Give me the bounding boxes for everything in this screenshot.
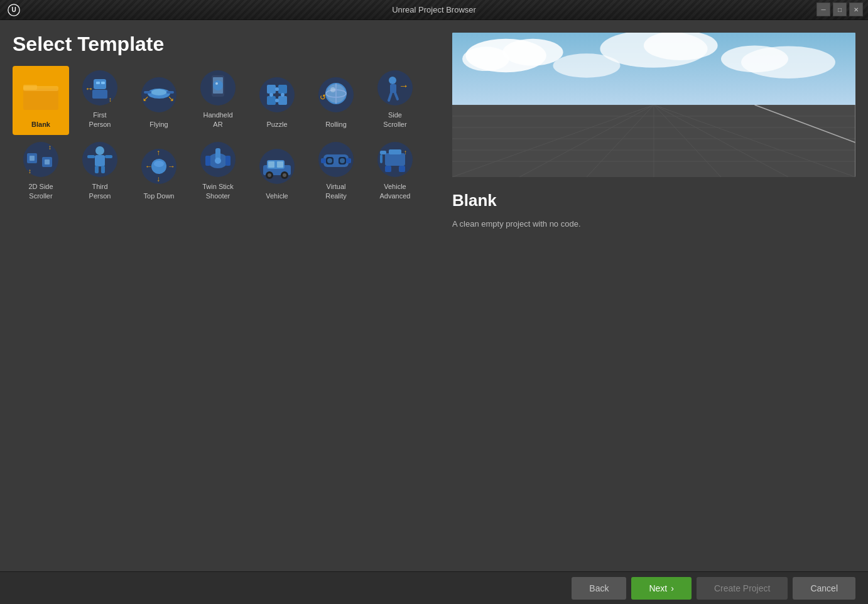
rolling-icon: ↺ [313,72,359,117]
svg-text:→: → [399,80,409,91]
first-person-icon: ↔ ↕ [77,67,122,108]
svg-point-30 [275,87,279,91]
svg-rect-5 [23,86,58,91]
template-label-flying: Flying [149,120,168,129]
template-preview-image [452,33,855,177]
svg-point-32 [269,93,273,97]
twin-stick-shooter-icon [195,139,241,180]
template-item-puzzle[interactable]: Puzzle [249,66,305,135]
vehicle-icon [254,144,300,189]
template-label-handheld-ar: HandheldAR [203,111,232,129]
blank-icon [18,72,63,117]
left-panel: Select Template Blank [13,33,440,565]
bottom-bar: Back Next › Create Project Cancel [0,571,868,604]
template-label-first-person: FirstPerson [89,111,111,129]
template-item-twin-stick-shooter[interactable]: Twin StickShooter [190,138,246,207]
svg-point-25 [259,77,295,112]
virtual-reality-icon [313,139,359,180]
preview-ground [452,105,855,177]
window-controls[interactable]: ─ □ ✕ [816,3,863,16]
selected-template-description: A clean empty project with no code. [452,218,855,230]
page-title: Select Template [13,33,440,56]
template-label-side-scroller: SideScroller [383,111,406,129]
top-down-icon: ↑ ↓ ← → [136,144,182,189]
svg-rect-3 [23,89,58,110]
svg-text:↔: ↔ [85,84,94,94]
svg-rect-93 [380,151,386,154]
template-item-rolling[interactable]: ↺ Rolling [308,66,364,135]
svg-text:←: ← [145,162,153,171]
template-item-virtual-reality[interactable]: VirtualReality [308,138,364,207]
side-scroller-icon: → [372,67,418,108]
svg-rect-77 [268,161,274,168]
template-label-virtual-reality: VirtualReality [325,182,347,200]
svg-rect-17 [166,91,174,94]
svg-rect-28 [267,96,276,105]
template-item-third-person[interactable]: ThirdPerson [72,138,128,207]
svg-point-24 [215,82,218,85]
svg-rect-49 [30,156,35,161]
svg-rect-27 [278,85,287,94]
template-item-top-down[interactable]: ↑ ↓ ← → Top Down [131,138,187,207]
svg-text:↕: ↕ [28,168,31,175]
ue-logo-icon: U [8,4,20,16]
svg-rect-97 [399,166,405,172]
svg-rect-89 [321,158,326,163]
svg-point-73 [215,158,221,164]
template-label-twin-stick-shooter: Twin StickShooter [202,182,234,200]
close-button[interactable]: ✕ [849,3,863,16]
template-item-blank[interactable]: Blank [13,66,69,135]
preview-sky [452,33,855,112]
next-arrow-icon: › [671,583,674,593]
svg-point-39 [330,87,335,92]
svg-point-86 [327,158,332,163]
template-item-side-scroller[interactable]: → SideScroller [367,66,423,135]
svg-text:↕: ↕ [48,144,52,151]
svg-point-81 [268,173,271,177]
main-content: Select Template Blank [0,20,868,571]
template-label-vehicle: Vehicle [266,191,288,200]
svg-rect-57 [87,155,95,158]
template-item-vehicle[interactable]: Vehicle [249,138,305,207]
template-label-blank: Blank [31,120,50,129]
create-project-button[interactable]: Create Project [697,577,788,600]
title-bar: U Unreal Project Browser ─ □ ✕ [0,0,868,20]
window-title: Unreal Project Browser [392,5,476,14]
third-person-icon [77,139,122,180]
selected-template-name: Blank [452,191,855,210]
template-item-first-person[interactable]: ↔ ↕ FirstPerson [72,66,128,135]
handheld-ar-icon [195,67,241,108]
template-label-third-person: ThirdPerson [89,182,111,200]
svg-text:↘: ↘ [168,94,174,103]
svg-rect-10 [92,90,107,99]
template-item-2d-side-scroller[interactable]: ↕ ↕ 2D SideScroller [13,138,69,207]
svg-rect-71 [205,156,210,166]
vehicle-advanced-icon: ↑ [372,139,418,180]
2d-side-scroller-icon: ↕ ↕ [18,139,63,180]
svg-text:↺: ↺ [320,93,326,102]
template-label-rolling: Rolling [325,120,347,129]
svg-rect-92 [385,153,405,166]
template-item-flying[interactable]: ↙ ↘ Flying [131,66,187,135]
svg-point-55 [95,146,104,155]
template-item-handheld-ar[interactable]: HandheldAR [190,66,246,135]
svg-text:↙: ↙ [143,94,149,103]
svg-text:↑: ↑ [404,149,407,156]
svg-point-101 [502,39,563,66]
svg-text:U: U [11,6,16,13]
svg-rect-90 [346,158,351,163]
svg-point-106 [721,45,788,72]
svg-point-33 [281,93,285,97]
template-item-vehicle-advanced[interactable]: ↑ VehicleAdvanced [367,138,423,207]
svg-rect-26 [267,85,276,94]
minimize-button[interactable]: ─ [816,3,830,16]
svg-text:↓: ↓ [156,175,160,183]
back-button[interactable]: Back [572,577,626,600]
svg-point-63 [154,161,164,167]
next-button[interactable]: Next › [631,577,691,600]
svg-rect-94 [380,154,382,163]
maximize-button[interactable]: □ [833,3,847,16]
svg-point-107 [553,53,621,78]
cancel-button[interactable]: Cancel [793,577,855,600]
svg-point-82 [283,173,286,177]
